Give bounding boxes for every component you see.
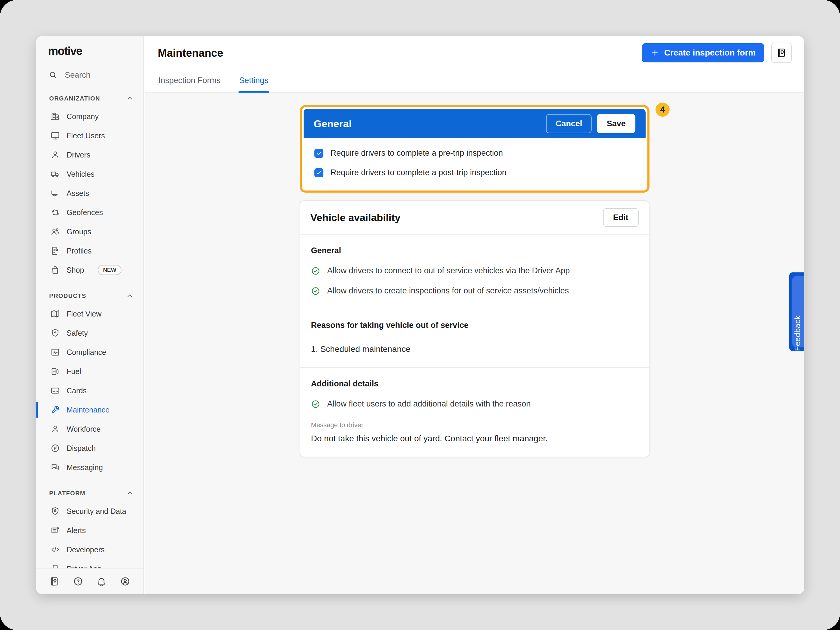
sidebar-item-dispatch[interactable]: Dispatch [36,439,144,458]
page-header: Maintenance Create inspection form Inspe… [145,36,804,93]
sidebar-item-profiles[interactable]: Profiles [36,241,144,261]
sidebar-item-label: Cards [66,387,87,395]
chevron-up-icon [126,95,134,102]
sidebar-item-label: Vehicles [66,170,95,178]
motive-logo: motive [48,45,144,57]
post-trip-checkbox[interactable] [314,168,324,177]
sidebar-item-groups[interactable]: Groups [36,222,144,241]
sidebar-item-label: Geofences [66,208,103,217]
inspection-guide-button[interactable] [771,43,792,63]
sidebar-item-maintenance[interactable]: Maintenance [36,400,144,419]
sidebar-item-assets[interactable]: Assets [36,183,144,203]
sidebar-item-cards[interactable]: Cards [36,381,144,400]
sidebar-footer [36,568,144,594]
sidebar-item-safety[interactable]: Safety [36,324,144,343]
sidebar-item-fleet-view[interactable]: Fleet View [36,304,144,324]
general-card-header: General Cancel Save [303,109,646,138]
section-header-platform[interactable]: PLATFORM [36,485,144,502]
sidebar-item-label: Messaging [66,463,103,472]
sidebar-item-messaging[interactable]: Messaging [36,458,144,477]
section-heading: Reasons for taking vehicle out of servic… [311,321,638,330]
tab-bar: Inspection Forms Settings [158,76,269,93]
create-button-label: Create inspection form [664,48,756,58]
wrench-icon [51,405,60,415]
feedback-tab[interactable]: Feedback [789,272,804,351]
sidebar-item-label: Drivers [66,151,90,159]
general-card-body: Require drivers to complete a pre-trip i… [303,138,646,189]
sidebar: motive Search ORGANIZATION Company Fleet… [36,36,144,594]
sidebar-item-fuel[interactable]: Fuel [36,362,144,381]
sidebar-item-label: Developers [66,545,104,554]
section-label: ORGANIZATION [49,95,126,102]
sidebar-item-drivers[interactable]: Drivers [36,145,144,164]
main-area: Maintenance Create inspection form Inspe… [145,36,804,594]
sidebar-item-security-and-data[interactable]: Security and Data [36,502,144,521]
section-header-organization[interactable]: ORGANIZATION [36,90,144,107]
circle-check-icon [311,267,320,275]
sidebar-item-company[interactable]: Company [36,107,144,126]
app-window: motive Search ORGANIZATION Company Fleet… [36,36,804,594]
shield-icon [51,328,60,338]
newspaper-icon [51,526,60,535]
save-button[interactable]: Save [597,114,635,133]
tab-settings[interactable]: Settings [238,76,269,93]
section-header-products[interactable]: PRODUCTS [36,287,144,304]
sidebar-item-geofences[interactable]: Geofences [36,203,144,222]
geofence-icon [51,208,60,217]
map-book-icon[interactable] [49,576,60,587]
pre-trip-inspection-row: Require drivers to complete a pre-trip i… [314,148,635,158]
setting-label: Allow drivers to create inspections for … [327,286,569,295]
sidebar-item-compliance[interactable]: Compliance [36,343,144,362]
shield-lock-icon [51,507,60,516]
section-heading: Additional details [311,379,638,388]
create-inspection-form-button[interactable]: Create inspection form [642,43,764,62]
compass-icon [51,444,60,453]
person-icon [51,424,60,434]
monitor-icon [51,131,60,141]
account-icon[interactable] [120,576,131,587]
sidebar-item-label: Assets [66,189,89,198]
chevron-up-icon [126,489,134,497]
setting-label: Allow drivers to connect to out of servi… [327,266,570,275]
chart-icon [51,347,60,357]
general-card-highlight-outline: General Cancel Save Require drivers to c… [300,105,649,193]
help-icon[interactable] [73,576,84,587]
sidebar-item-vehicles[interactable]: Vehicles [36,164,144,183]
feedback-tab-label: Feedback [793,272,802,351]
sidebar-item-label: Workforce [66,425,101,434]
pre-trip-checkbox[interactable] [314,149,324,158]
availability-general-section: General Allow drivers to connect to out … [300,235,649,309]
edit-button[interactable]: Edit [603,208,639,227]
sidebar-item-shop[interactable]: Shop NEW [36,261,144,279]
building-icon [51,112,60,121]
new-badge: NEW [98,265,121,275]
availability-details-section: Additional details Allow fleet users to … [300,368,649,456]
general-card-title: General [314,118,546,129]
profile-doc-icon [51,246,60,256]
sidebar-item-label: Compliance [66,348,106,357]
sidebar-item-alerts[interactable]: Alerts [36,521,144,540]
checkbox-label: Require drivers to complete a pre-trip i… [331,148,503,158]
sidebar-item-fleet-users[interactable]: Fleet Users [36,126,144,145]
section-label: PLATFORM [49,490,126,497]
sidebar-item-label: Fleet Users [66,131,105,140]
sidebar-item-label: Company [66,112,99,121]
message-to-driver-text: Do not take this vehicle out of yard. Co… [311,434,638,444]
search-label: Search [65,71,91,80]
circle-check-icon [311,399,320,409]
cancel-button[interactable]: Cancel [546,114,592,133]
tab-inspection-forms[interactable]: Inspection Forms [158,76,221,93]
annotation-step-badge: 4 [655,103,669,117]
settings-content: General Cancel Save Require drivers to c… [145,93,804,594]
chevron-up-icon [126,292,134,300]
message-to-driver-label: Message to driver [311,421,638,429]
sidebar-item-workforce[interactable]: Workforce [36,419,144,439]
vehicle-availability-header: Vehicle availability Edit [300,201,649,234]
vehicle-availability-title: Vehicle availability [311,212,401,224]
people-icon [51,227,60,237]
bell-icon[interactable] [96,576,107,587]
search-input[interactable]: Search [36,68,144,82]
page-title: Maintenance [158,47,223,59]
sidebar-item-developers[interactable]: Developers [36,540,144,559]
trailer-icon [51,188,60,198]
